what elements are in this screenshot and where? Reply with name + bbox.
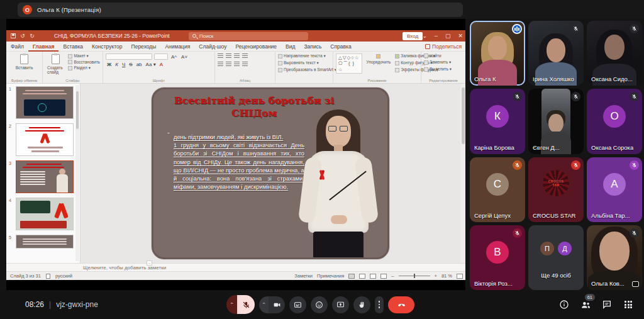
numbering-icon[interactable] [226, 53, 231, 59]
signin-button[interactable]: Вход [402, 32, 423, 40]
slide-thumb-2[interactable] [16, 123, 74, 156]
font-size-box[interactable] [154, 53, 168, 60]
underline-button[interactable]: Ч [121, 62, 126, 67]
comments-toggle[interactable]: Примечания [317, 273, 344, 279]
shapes-gallery[interactable]: △▽◇○☆ ⬠⌒{ }☆ [336, 53, 362, 74]
raise-hand-button[interactable] [353, 296, 370, 313]
undo-icon[interactable]: ↺ [19, 33, 26, 39]
minimize-icon[interactable]: – [435, 33, 438, 39]
close-icon[interactable]: ✕ [458, 33, 463, 39]
align-center-icon[interactable] [226, 62, 231, 67]
notes-splitter[interactable]: – [147, 260, 152, 266]
font-color-button[interactable]: А [158, 62, 164, 67]
present-button[interactable] [332, 296, 349, 313]
redo-icon[interactable]: ↻ [29, 33, 35, 39]
camera-button[interactable]: ⌃ [259, 296, 285, 313]
reading-view-icon[interactable] [370, 274, 376, 279]
thumbnail-scrollbar[interactable] [75, 85, 79, 261]
reactions-button[interactable] [311, 296, 328, 313]
tab-home[interactable]: Главная [28, 42, 59, 52]
tab-view[interactable]: Вид [281, 42, 299, 52]
bold-button[interactable]: Ж [106, 62, 113, 67]
accessibility-icon[interactable] [46, 274, 50, 279]
italic-button[interactable]: К [114, 62, 119, 67]
tile-oksana-sydo[interactable]: Оксана Сидо... [587, 21, 642, 86]
shrink-font-button[interactable]: А˅ [180, 54, 189, 60]
ppt-search-box[interactable]: Поиск [189, 32, 308, 40]
arrange-button[interactable]: Упорядочить [365, 53, 393, 65]
camera-options-chevron[interactable]: ⌃ [259, 296, 269, 313]
align-right-icon[interactable] [234, 62, 240, 67]
tile-more-participants[interactable]: П Д Ще 49 осіб [528, 225, 584, 290]
end-call-button[interactable] [388, 296, 414, 313]
chat-button[interactable] [601, 299, 613, 310]
tab-insert[interactable]: Вставка [58, 42, 87, 52]
line-spacing-icon[interactable] [242, 53, 248, 59]
zoom-level[interactable]: 81 % [441, 273, 452, 279]
ppt-share-button[interactable]: Поделиться [425, 42, 462, 52]
reset-button[interactable]: Восстановить [68, 60, 100, 64]
notes-toggle[interactable]: Заметки [294, 273, 313, 279]
new-slide-button[interactable]: Создать слайд [45, 53, 65, 75]
captions-button[interactable] [289, 296, 306, 313]
people-button[interactable]: 61 [580, 299, 591, 310]
bullets-icon[interactable] [218, 53, 223, 59]
tab-help[interactable]: Справка [326, 42, 355, 52]
tile-viktoria[interactable]: В Вікторія Роз... [470, 225, 525, 290]
current-slide-canvas[interactable]: Всесвітній день боротьби зі СНІДом - ден… [152, 87, 389, 259]
grow-font-button[interactable]: А^ [170, 54, 178, 60]
select-button[interactable]: Выделить ▾ [424, 67, 463, 72]
tile-olga-k[interactable]: Ольга К [470, 21, 525, 86]
tab-design[interactable]: Конструктор [87, 42, 126, 52]
activities-grid-button[interactable] [623, 299, 634, 310]
camera-icon[interactable] [269, 296, 285, 313]
tile-oksana-soroka[interactable]: О Оксана Сорока [587, 89, 642, 154]
presentation-title-pill[interactable]: O Ольга К (Презентація) [18, 3, 463, 17]
tab-record[interactable]: Запись [299, 42, 326, 52]
justify-icon[interactable] [242, 62, 248, 67]
replace-button[interactable]: Заменить ▾ [424, 60, 463, 65]
normal-view-icon[interactable] [348, 274, 355, 279]
tab-file[interactable]: Файл [6, 42, 28, 52]
mic-options-chevron[interactable]: ⌃ [226, 295, 237, 314]
notes-pane[interactable]: – Щелкните, чтобы добавить заметки [6, 263, 465, 271]
save-icon[interactable] [10, 33, 16, 39]
slide-thumb-3-selected[interactable] [16, 160, 74, 193]
paste-button[interactable]: Вставить [9, 53, 40, 70]
tile-iryna[interactable]: Ірина Холяшко [528, 21, 584, 86]
tile-olga-kov[interactable]: Ольга Ков... [587, 225, 642, 290]
strikethrough-button[interactable]: S [128, 62, 133, 67]
mic-off-icon[interactable] [237, 295, 255, 314]
tile-karina[interactable]: К Каріна Борова [470, 89, 525, 154]
tile-sergiy[interactable]: С Сергій Цепух [470, 157, 525, 222]
indent-icon[interactable] [234, 53, 240, 59]
ribbon-display-icon[interactable]: ⌄ [422, 33, 427, 39]
sorter-view-icon[interactable] [359, 274, 365, 279]
text-direction-button[interactable]: Направление текста ▾ [278, 53, 330, 59]
tab-animations[interactable]: Анимация [160, 42, 194, 52]
layout-button[interactable]: Макет ▾ [68, 53, 100, 59]
restore-icon[interactable]: ▢ [445, 33, 451, 39]
change-case-button[interactable]: Аа ▾ [145, 62, 157, 67]
char-spacing-button[interactable]: ab [135, 62, 143, 67]
language-indicator[interactable]: русский [55, 273, 72, 279]
zoom-in-icon[interactable]: + [435, 273, 437, 279]
tile-albina[interactable]: А Альбіна Тар... [587, 157, 642, 222]
tab-review[interactable]: Рецензирование [231, 42, 281, 52]
tile-yevgen[interactable]: Євген Д... [528, 89, 584, 154]
fit-window-icon[interactable] [457, 274, 463, 279]
tile-crocus-star[interactable]: CROCUS ТАВ CROCUS STAR [528, 157, 584, 222]
more-options-button[interactable] [375, 296, 384, 313]
zoom-slider[interactable] [399, 276, 430, 276]
slide-scrollbar[interactable] [460, 84, 465, 263]
zoom-out-icon[interactable]: – [391, 273, 394, 279]
find-button[interactable]: Найти [424, 53, 463, 58]
expand-tile-icon[interactable] [632, 281, 639, 287]
align-text-button[interactable]: Выровнять текст ▾ [278, 60, 330, 65]
info-button[interactable] [558, 299, 570, 310]
slideshow-icon[interactable] [380, 274, 387, 279]
slide-thumb-5[interactable] [16, 235, 74, 249]
section-button[interactable]: Раздел ▾ [68, 65, 100, 70]
font-name-box[interactable] [106, 53, 152, 60]
mic-button-muted[interactable]: ⌃ [226, 295, 255, 314]
